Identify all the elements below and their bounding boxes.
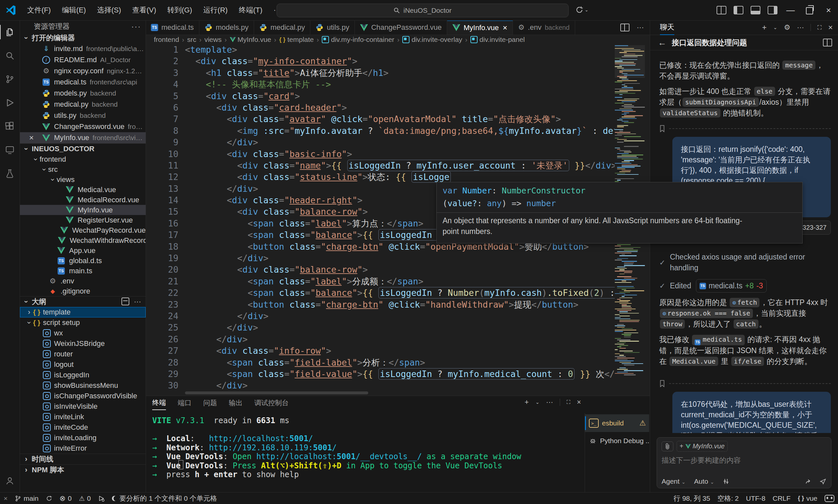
tree-item[interactable]: RegisterUser.vue [20,215,146,225]
open-editor-item[interactable]: ⚙nginx copy.confnginx-1.28.1\conf [20,66,146,76]
code-line[interactable]: 1<template> [146,44,650,55]
new-chat-icon[interactable]: + [762,23,767,32]
tree-item[interactable]: WechatWithdrawRecord.vue [20,235,146,246]
menu-item[interactable]: 文件(F) [22,4,56,17]
outline-item[interactable]: router [20,349,146,359]
forward-chat-icon[interactable] [805,478,812,485]
explorer-icon[interactable] [0,20,20,44]
context-file-chip[interactable]: + MyInfo.vue [677,441,728,452]
inline-code-chip[interactable]: TSmedical.ts [692,335,744,345]
close-tab-icon[interactable]: × [503,23,507,32]
menu-item[interactable]: 终端(T) [233,4,268,17]
outline-more-icon[interactable]: ··· [134,298,141,306]
code-line[interactable]: 7 <div class="avatar" @click="openAvatar… [146,113,650,125]
open-editor-item[interactable]: utils.pybackend [20,110,146,121]
tree-item[interactable]: ›views [20,175,146,184]
code-line[interactable]: 4 <!-- 头像和基本信息卡片 --> [146,78,650,90]
status-item[interactable] [42,492,56,504]
source-control-icon[interactable] [0,68,20,91]
tree-item[interactable]: ◆.gitignore [20,286,146,296]
editor-more-actions-icon[interactable]: ··· [637,23,644,32]
code-line[interactable]: 22 <span class="balance">{{ isLoggedIn ?… [146,287,650,299]
tab-ChangePassword.vue[interactable]: ChangePassword.vue [355,20,447,35]
open-editor-item[interactable]: TSmedical.tsfrontend\src\api [20,76,146,88]
agent-mode-selector[interactable]: Agent ⌄ [662,478,685,485]
outline-header[interactable]: › 大纲 ··· [20,296,146,307]
panel-maximize-icon[interactable]: ⛶ [567,399,570,405]
status-item[interactable] [821,492,838,504]
code-line[interactable]: 8 <img :src="myInfo.avatar ? `data:image… [146,125,650,137]
chat-open-editor-icon[interactable] [823,39,832,47]
menu-item[interactable]: 选择(S) [91,4,126,17]
status-item[interactable]: { }vue [794,492,821,504]
tree-item[interactable]: WechatPayRecord.vue [20,225,146,235]
account-icon[interactable] [0,469,20,492]
new-terminal-icon[interactable]: + [525,398,529,407]
code-line[interactable]: 25 </div> [146,322,650,333]
menu-item[interactable]: 转到(G) [162,4,198,17]
open-editor-item[interactable]: iREADME.mdAI_Doctor [20,54,146,66]
code-line[interactable]: 23 <button class="charge-btn" @click="ha… [146,299,650,310]
open-editor-item[interactable]: ⇓invite.mdfrontend\public\assets\file [20,43,146,54]
close-window-button[interactable]: × [819,0,838,20]
status-item[interactable]: CRLF [769,492,794,504]
chat-tab[interactable]: 聊天 [660,20,674,35]
split-editor-icon[interactable] [620,23,629,32]
open-editor-item[interactable]: medical.pybackend [20,99,146,110]
tab-medical.py[interactable]: medical.py [254,20,310,35]
open-editors-header[interactable]: › 打开的编辑器 [20,33,146,43]
tab-MyInfo.vue[interactable]: MyInfo.vue× [447,20,513,35]
toggle-sidebar-icon[interactable] [734,6,743,14]
open-editor-item[interactable]: ×MyInfo.vuefrontend\src\views [20,132,146,143]
status-item[interactable]: ⚠0 [75,492,95,504]
code-line[interactable]: 26 </div> [146,334,650,345]
tab-models.py[interactable]: models.py [199,20,254,35]
outline-item[interactable]: isChangePasswordVisible [20,391,146,401]
code-line[interactable]: 9 </div> [146,137,650,148]
chat-input-box[interactable]: + MyInfo.vue 描述下一步要构建的内容 Agent ⌄ Auto ⌄ [657,437,832,488]
sync-dropdown-icon[interactable]: ⌄ [575,6,589,14]
status-item[interactable]: 行 98, 列 35 [670,492,714,504]
status-item[interactable]: UTF-8 [743,492,769,504]
tree-item[interactable]: MedicalRecord.vue [20,195,146,205]
chat-settings-gear-icon[interactable]: ⚙ [784,23,790,32]
chat-more-icon[interactable]: ··· [797,23,804,32]
outline-item[interactable]: showBusinessMenu [20,380,146,391]
code-line[interactable]: 10 <div class="basic-info"> [146,148,650,160]
workspace-header[interactable]: › INEUOS_DOCTOR [20,143,146,154]
breadcrumb[interactable]: frontend›src›views›MyInfo.vue›{ }templat… [146,35,650,44]
code-line[interactable]: 20 <div class="balance-row"> [146,264,650,275]
command-center-search[interactable]: iNeuOS_Doctor [277,4,569,17]
toggle-secondary-sidebar-icon[interactable] [768,6,778,14]
send-icon[interactable] [819,478,826,485]
outline-item[interactable]: isInviteVisible [20,401,146,412]
chat-maximize-icon[interactable]: ⛶ [817,24,822,31]
panel-tab-调试控制台[interactable]: 调试控制台 [254,398,289,408]
code-line[interactable]: 21 <span class="label">分成额：</span> [146,275,650,287]
search-icon[interactable] [0,44,20,68]
outline-item[interactable]: WeixinJSBridge [20,338,146,349]
explorer-more-actions-icon[interactable]: ··· [131,22,141,31]
code-line[interactable]: 30 </div> [146,380,650,391]
outline-item[interactable]: ›{ }template [20,307,146,318]
outline-item[interactable]: ›{ }script setup [20,318,146,328]
panel-tab-终端[interactable]: 终端 [152,396,166,410]
tree-item[interactable]: TSmain.ts [20,266,146,276]
status-item[interactable]: main [11,492,42,504]
tree-item[interactable]: Medical.vue [20,184,146,195]
tab-utils.py[interactable]: utils.py [310,20,355,35]
status-item[interactable] [95,492,108,504]
code-line[interactable]: 27 <div class="info-row"> [146,345,650,356]
chat-history-dropdown-icon[interactable]: ⌄ [773,24,778,31]
outline-item[interactable]: isLoggedIn [20,370,146,380]
tree-item[interactable]: ›frontend [20,154,146,164]
breadcrumb-item[interactable]: div.invite-overlay [402,36,462,43]
outline-item[interactable]: inviteLink [20,412,146,422]
remote-icon[interactable] [0,138,20,162]
timeline-header[interactable]: › 时间线 [20,454,146,464]
code-line[interactable]: 5 <div class="card"> [146,90,650,102]
outline-item[interactable]: inviteCode [20,422,146,433]
status-item[interactable]: ⊗0 [56,492,75,504]
tree-item[interactable]: MyInfo.vue [20,205,146,215]
extensions-icon[interactable] [0,114,20,138]
